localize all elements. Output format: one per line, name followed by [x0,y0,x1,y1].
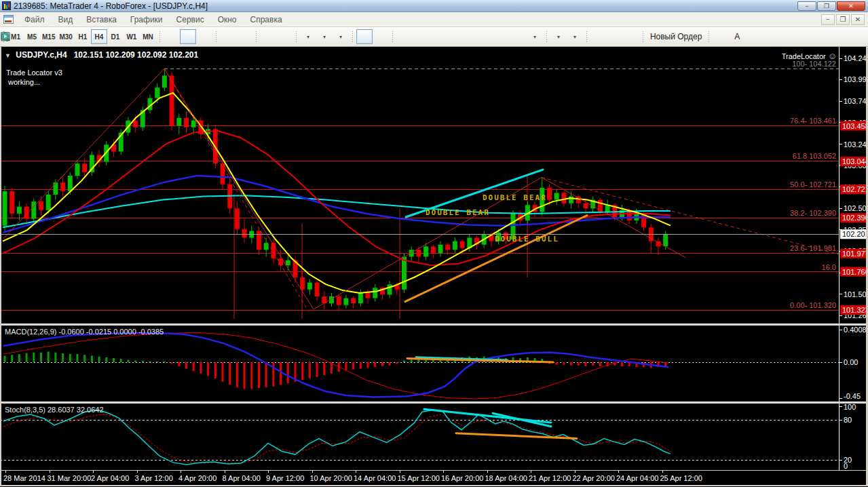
time-tick-label: 4 Apr 20:00 [178,474,216,482]
dropdown-arrow-icon: ▾ [573,34,576,40]
favorites-button[interactable] [607,29,623,44]
time-tick-label: 16 Apr 20:00 [441,474,483,482]
menu-item-вид[interactable]: Вид [52,12,80,26]
horizontal-line-button[interactable] [413,29,429,44]
timeframe-m15-button[interactable]: M15 [40,29,57,44]
window-border-bottom [0,485,868,486]
macd-panel-canvas[interactable]: 0.40080.00-0.45 [0,326,868,402]
timeframe-m30-button[interactable]: M30 [57,29,74,44]
expert-advisor-button[interactable] [590,29,607,44]
fibo-fan-button[interactable]: F [494,29,510,44]
trendline-button[interactable] [429,29,445,44]
minimize-button[interactable]: − [797,1,816,11]
vertical-line-button[interactable] [396,29,413,44]
candle-body [221,163,225,184]
double-bear-label[interactable]: DOUBLE BEAR [426,208,490,217]
fib-price-badge-label: 101.977 [842,250,868,258]
time-tick-label: 15 Apr 12:00 [398,474,440,482]
candles-chart-button[interactable] [180,29,196,44]
toolbar-grip [255,31,257,43]
close-button[interactable]: ✕ [837,1,865,11]
toolbar-grip [215,31,217,43]
timeframe-h4-button[interactable]: H4 [91,29,107,44]
time-tick-label: 24 Apr 04:00 [616,474,658,482]
fibonacci-button[interactable]: F [445,29,461,44]
time-tick-label: 22 Apr 20:00 [573,474,615,482]
timeframe-mn-button[interactable]: MN [140,29,156,44]
stoch-panel-canvas[interactable]: 10080200 [0,404,868,470]
time-tick-label: 31 Mar 20:00 [48,474,92,482]
time-tick-label: 9 Apr 12:00 [266,474,304,482]
stoch-splitter[interactable] [0,402,868,404]
terminal-button[interactable] [623,29,639,44]
autotrading-button[interactable]: А [729,29,745,44]
macd-splitter[interactable] [0,324,868,326]
window-arrange-button[interactable]: ▾ [567,29,583,44]
candle-body [409,250,414,256]
main-chart-canvas[interactable]: 100- 104.12276.4- 103.46161.8 103.05250.… [0,47,868,324]
toolbar-grip [546,31,548,43]
timeframe-w1-button[interactable]: W1 [124,29,140,44]
menu-item-сервис[interactable]: Сервис [170,12,211,26]
time-tick [662,471,663,473]
autotrading-icon [0,31,11,42]
cursor-button[interactable] [356,29,373,44]
fib-price-badge-label: 101.766 [842,268,868,276]
timeframe-label: M30 [59,33,72,41]
time-tick-label: 25 Apr 12:00 [660,474,702,482]
menu-item-окно[interactable]: Окно [211,12,244,26]
menu-item-вставка[interactable]: Вставка [79,12,124,26]
candle-body [445,245,450,250]
time-axis[interactable]: 28 Mar 201431 Mar 20:002 Apr 04:003 Apr … [0,470,868,485]
child-restore-button[interactable]: ❐ [836,14,850,25]
ingot-button[interactable] [713,29,729,44]
menu-item-справка[interactable]: Справка [244,12,289,26]
line-chart-button[interactable] [196,29,212,44]
time-tick-label: 2 Apr 04:00 [91,474,129,482]
chart-shift-button[interactable] [276,29,293,44]
double-bear-label[interactable]: DOUBLE BEAR [483,193,547,202]
crosshair-button[interactable] [373,29,389,44]
text-label-button[interactable]: T [478,29,494,44]
candle-body [39,201,43,210]
fib-level-label: 50.0- 102.721 [790,180,836,189]
window-border-left [0,47,1,486]
candle-body [337,296,341,305]
windows-toolbar: ▾▾▾ [300,27,349,46]
candle-body [162,75,167,87]
candle-body [416,250,421,256]
menu-item-графики[interactable]: Графики [124,12,170,26]
timeframe-label: H1 [79,33,88,41]
restore-button[interactable]: ❐ [817,1,836,11]
new-chart-button[interactable]: ▾ [300,29,316,44]
child-minimize-button[interactable]: − [821,14,835,25]
timeframe-d1-button[interactable]: D1 [107,29,124,44]
templates-button[interactable]: ▾ [333,29,349,44]
fibo-grid-button[interactable]: F [510,29,527,44]
cursor-toolbar [356,27,389,46]
bars-chart-button[interactable] [164,29,180,44]
zoom-in-button[interactable] [220,29,236,44]
add-indicator-button[interactable]: ▾ [550,29,567,44]
arrows-button[interactable]: ▾ [527,29,543,44]
timeframe-toolbar: M1M5M15M30H1H4D1W1MN [7,27,156,46]
tradelocator-label[interactable]: TradeLocator ☺ [782,51,837,61]
candle-body [584,203,588,209]
child-close-button[interactable]: ✕ [851,14,865,25]
text-button[interactable]: A [461,29,478,44]
stoch-scale-label: 80 [844,416,852,424]
zoom-out-button[interactable] [236,29,252,44]
double-bull-label[interactable]: DOUBLE BULL [495,235,559,244]
timeframe-label: M1 [11,33,20,41]
candle-body [315,283,320,296]
fib-level-label: 23.6- 101.981 [790,244,836,252]
new-order-button[interactable]: Новый Ордер [647,29,705,44]
auto-scroll-button[interactable] [260,29,276,44]
time-tick [181,471,181,473]
timeframe-h1-button[interactable]: H1 [75,29,91,44]
timeframe-m5-button[interactable]: M5 [24,29,40,44]
timeframe-label: H4 [95,33,104,41]
profiles-button[interactable]: ▾ [316,29,333,44]
menu-item-файл[interactable]: Файл [18,12,52,26]
symbol-header: ▼ USDJPY.c,H4 102.151 102.209 102.092 10… [5,50,198,60]
